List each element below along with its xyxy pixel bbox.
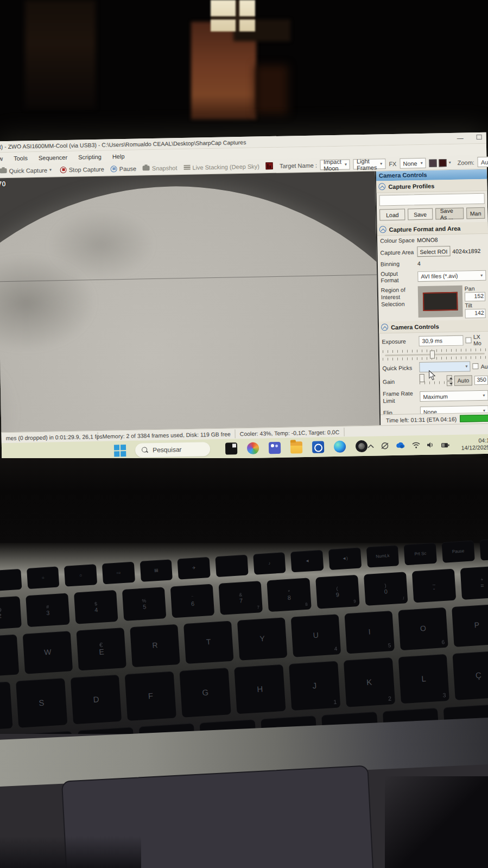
keyboard-key[interactable]: $4 xyxy=(74,590,118,624)
auto-exposure-checkbox[interactable] xyxy=(472,363,478,369)
manage-button[interactable]: Man xyxy=(466,207,485,219)
keyboard-key[interactable]: G xyxy=(180,668,231,717)
keyboard-key[interactable] xyxy=(215,555,248,578)
load-button[interactable]: Load xyxy=(379,209,405,221)
keyboard-key[interactable]: K2 xyxy=(344,657,395,707)
keyboard-key[interactable]: O6 xyxy=(398,607,448,650)
keyboard-key[interactable]: ✈ xyxy=(178,557,211,580)
roi-rectangle[interactable] xyxy=(423,292,458,311)
live-stacking-button[interactable]: Live Stacking (Deep Sky) xyxy=(180,163,263,171)
pause-button[interactable]: Pause xyxy=(107,165,140,172)
keyboard-key[interactable]: ◄) xyxy=(328,547,362,570)
keyboard-key[interactable]: ☼ xyxy=(64,564,97,587)
collapse-icon[interactable] xyxy=(379,226,386,233)
keyboard-key[interactable]: F xyxy=(125,671,176,720)
exposure-slider[interactable] xyxy=(385,353,485,356)
quick-picks-combo[interactable]: ▾ xyxy=(419,361,470,372)
keyboard-key[interactable]: Delete xyxy=(479,538,488,561)
keyboard-key[interactable]: J1 xyxy=(289,661,340,711)
gain-auto-button[interactable]: Auto xyxy=(454,375,473,386)
menu-scripting[interactable]: Scripting xyxy=(78,153,102,160)
lx-mode-checkbox[interactable] xyxy=(465,337,471,343)
keyboard-key[interactable]: ♪ xyxy=(253,552,286,575)
sharpcap-app-icon[interactable] xyxy=(356,440,367,452)
keyboard-key[interactable]: W xyxy=(23,631,73,674)
keyboard-key[interactable]: Y xyxy=(237,617,287,660)
gain-input[interactable]: 350 xyxy=(474,375,488,384)
keyboard-key[interactable]: R xyxy=(130,624,180,667)
frame-type-combo[interactable]: Light Frames ▾ xyxy=(353,159,386,169)
maximize-button[interactable] xyxy=(477,135,482,140)
keyboard-key[interactable]: €E xyxy=(76,628,126,670)
exposure-slider-thumb[interactable] xyxy=(430,351,435,359)
keyboard-key[interactable]: H xyxy=(234,664,286,714)
notification-off-icon[interactable] xyxy=(381,442,389,449)
keyboard-key[interactable]: L3 xyxy=(398,654,449,704)
keyboard-key[interactable]: += xyxy=(460,566,488,600)
menu-help[interactable]: Help xyxy=(112,153,125,159)
keyboard-key[interactable]: A xyxy=(0,681,12,731)
battery-icon[interactable] xyxy=(441,442,449,448)
keyboard-key[interactable]: ☼ xyxy=(27,566,60,589)
keyboard-key[interactable]: Pause xyxy=(442,540,475,563)
keyboard-key[interactable]: _- xyxy=(412,569,457,603)
save-as-button[interactable]: Save As ... xyxy=(435,208,464,220)
keyboard-key[interactable]: ◄ xyxy=(290,550,324,573)
keyboard-key[interactable]: ▤ xyxy=(140,559,173,582)
zoom-combo[interactable]: Auto xyxy=(478,156,488,167)
keyboard-key[interactable]: Q xyxy=(0,635,19,677)
taskbar-app-icon[interactable] xyxy=(225,442,237,454)
outlook-icon[interactable] xyxy=(312,441,324,453)
menu-view[interactable]: w xyxy=(0,155,3,162)
gain-slider-thumb[interactable] xyxy=(420,374,424,382)
volume-icon[interactable] xyxy=(427,442,434,448)
keyboard-key[interactable]: S xyxy=(16,678,67,727)
tilt-input[interactable]: 142 xyxy=(465,309,485,319)
keyboard-key[interactable] xyxy=(0,569,22,592)
fx-combo[interactable]: None ▾ xyxy=(400,158,426,169)
wifi-icon[interactable] xyxy=(412,442,420,448)
exposure-input[interactable]: 30,9 ms xyxy=(419,335,463,346)
keyboard-key[interactable]: D xyxy=(71,675,122,724)
keyboard-key[interactable]: *88 xyxy=(267,578,312,612)
keyboard-key[interactable]: U4 xyxy=(291,614,341,657)
keyboard-key[interactable]: @2 xyxy=(0,596,22,630)
pan-input[interactable]: 152 xyxy=(465,292,485,302)
stop-capture-button[interactable]: Stop Capture xyxy=(57,166,107,173)
onedrive-icon[interactable] xyxy=(396,442,405,449)
keyboard-key[interactable]: NumLk xyxy=(366,545,400,568)
edge-icon[interactable] xyxy=(334,441,346,453)
keyboard-key[interactable]: T xyxy=(183,621,233,664)
menu-sequencer[interactable]: Sequencer xyxy=(39,154,67,161)
frame-rate-combo[interactable]: Maximum ▾ xyxy=(420,390,488,402)
taskbar-search[interactable]: Pesquisar xyxy=(135,442,210,458)
capture-profiles-header[interactable]: Capture Profiles xyxy=(376,179,487,193)
binning-value[interactable]: 4 xyxy=(417,260,421,267)
save-button[interactable]: Save xyxy=(408,208,433,220)
keyboard-key[interactable]: ¨6 xyxy=(170,584,215,618)
start-button[interactable] xyxy=(113,444,126,457)
tray-chevron-icon[interactable] xyxy=(367,444,374,448)
teams-icon[interactable] xyxy=(269,442,281,454)
capture-viewport[interactable]: 70 xyxy=(0,172,379,433)
capture-area-value[interactable]: 4024x1892 xyxy=(452,248,480,255)
collapse-icon[interactable] xyxy=(381,324,388,331)
copilot-icon[interactable] xyxy=(247,442,259,454)
quick-capture-button[interactable]: Quick Capture ▾ xyxy=(0,167,55,174)
keyboard-key[interactable]: I5 xyxy=(344,611,394,654)
colour-space-value[interactable]: MONO8 xyxy=(417,236,438,243)
select-roi-button[interactable]: Select ROI xyxy=(417,246,450,257)
minimize-button[interactable]: — xyxy=(457,135,464,142)
gain-spinner[interactable] xyxy=(447,375,452,386)
file-explorer-icon[interactable] xyxy=(290,441,302,453)
collapse-icon[interactable] xyxy=(378,183,385,190)
keyboard-key[interactable]: Prt Sc xyxy=(404,543,437,566)
keyboard-key[interactable]: Ç xyxy=(453,651,488,700)
keyboard-key[interactable]: &77 xyxy=(219,581,263,615)
keyboard-key[interactable]: #3 xyxy=(26,593,70,627)
keyboard-key[interactable]: P* xyxy=(452,604,488,647)
keyboard-key[interactable]: ▭ xyxy=(102,562,135,585)
output-format-combo[interactable]: AVI files (*.avi) ▾ xyxy=(417,270,486,281)
display-stretch-swatches[interactable]: ▾ xyxy=(426,159,454,167)
keyboard-key[interactable]: (99 xyxy=(315,575,360,609)
